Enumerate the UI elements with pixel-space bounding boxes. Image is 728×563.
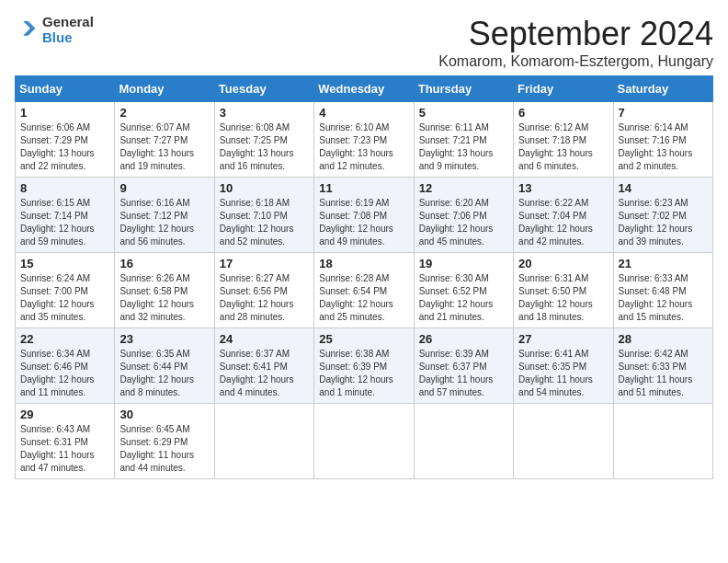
day-cell: 30Sunrise: 6:45 AMSunset: 6:29 PMDayligh…: [115, 404, 214, 479]
day-number: 24: [220, 332, 309, 346]
header-cell-saturday: Saturday: [613, 76, 712, 102]
day-number: 2: [119, 106, 209, 120]
cell-content: Sunrise: 6:27 AMSunset: 6:56 PMDaylight:…: [220, 272, 309, 324]
day-cell: 12Sunrise: 6:20 AMSunset: 7:06 PMDayligh…: [414, 178, 513, 253]
day-cell: 16Sunrise: 6:26 AMSunset: 6:58 PMDayligh…: [115, 253, 214, 328]
day-cell: 13Sunrise: 6:22 AMSunset: 7:04 PMDayligh…: [514, 178, 613, 253]
day-number: 27: [518, 332, 608, 346]
day-number: 30: [119, 408, 209, 421]
day-number: 7: [619, 106, 708, 120]
header-cell-thursday: Thursday: [414, 76, 513, 102]
cell-content: Sunrise: 6:45 AMSunset: 6:29 PMDaylight:…: [119, 423, 209, 475]
day-number: 9: [119, 181, 209, 195]
cell-content: Sunrise: 6:37 AMSunset: 6:41 PMDaylight:…: [220, 348, 309, 399]
day-cell: 8Sunrise: 6:15 AMSunset: 7:14 PMDaylight…: [16, 178, 115, 253]
logo-blue-text: Blue: [42, 30, 94, 46]
cell-content: Sunrise: 6:35 AMSunset: 6:44 PMDaylight:…: [119, 348, 209, 399]
day-cell: [414, 404, 513, 479]
day-number: 3: [220, 106, 309, 120]
cell-content: Sunrise: 6:15 AMSunset: 7:14 PMDaylight:…: [20, 197, 109, 248]
header-cell-friday: Friday: [514, 76, 613, 102]
day-cell: 15Sunrise: 6:24 AMSunset: 7:00 PMDayligh…: [16, 253, 115, 328]
cell-content: Sunrise: 6:11 AMSunset: 7:21 PMDaylight:…: [419, 121, 508, 173]
day-cell: 20Sunrise: 6:31 AMSunset: 6:50 PMDayligh…: [514, 253, 613, 328]
day-cell: 18Sunrise: 6:28 AMSunset: 6:54 PMDayligh…: [314, 253, 414, 328]
day-cell: [514, 404, 613, 479]
location-title: Komarom, Komarom-Esztergom, Hungary: [438, 53, 713, 70]
week-row-4: 22Sunrise: 6:34 AMSunset: 6:46 PMDayligh…: [16, 328, 713, 404]
day-number: 5: [419, 106, 508, 120]
day-cell: 24Sunrise: 6:37 AMSunset: 6:41 PMDayligh…: [214, 328, 313, 404]
cell-content: Sunrise: 6:42 AMSunset: 6:33 PMDaylight:…: [619, 348, 708, 399]
day-number: 18: [319, 257, 408, 270]
header-cell-monday: Monday: [115, 76, 214, 102]
cell-content: Sunrise: 6:34 AMSunset: 6:46 PMDaylight:…: [20, 348, 109, 399]
day-cell: 1Sunrise: 6:06 AMSunset: 7:29 PMDaylight…: [16, 102, 115, 178]
week-row-1: 1Sunrise: 6:06 AMSunset: 7:29 PMDaylight…: [16, 102, 713, 178]
day-number: 16: [119, 257, 209, 270]
day-number: 21: [619, 257, 708, 270]
day-cell: 19Sunrise: 6:30 AMSunset: 6:52 PMDayligh…: [414, 253, 513, 328]
day-number: 12: [419, 181, 508, 195]
header-row: SundayMondayTuesdayWednesdayThursdayFrid…: [16, 76, 713, 102]
day-number: 15: [20, 257, 109, 270]
cell-content: Sunrise: 6:20 AMSunset: 7:06 PMDaylight:…: [419, 197, 508, 248]
cell-content: Sunrise: 6:19 AMSunset: 7:08 PMDaylight:…: [319, 197, 408, 248]
header: General Blue September 2024 Komarom, Kom…: [15, 15, 713, 70]
day-cell: [214, 404, 313, 479]
day-cell: 25Sunrise: 6:38 AMSunset: 6:39 PMDayligh…: [314, 328, 414, 404]
cell-content: Sunrise: 6:07 AMSunset: 7:27 PMDaylight:…: [119, 121, 209, 173]
day-number: 23: [119, 332, 209, 346]
cell-content: Sunrise: 6:30 AMSunset: 6:52 PMDaylight:…: [419, 272, 508, 324]
header-cell-wednesday: Wednesday: [314, 76, 414, 102]
day-number: 10: [220, 181, 309, 195]
cell-content: Sunrise: 6:28 AMSunset: 6:54 PMDaylight:…: [319, 272, 408, 324]
day-cell: 27Sunrise: 6:41 AMSunset: 6:35 PMDayligh…: [514, 328, 613, 404]
cell-content: Sunrise: 6:06 AMSunset: 7:29 PMDaylight:…: [20, 121, 109, 173]
day-number: 26: [419, 332, 508, 346]
title-area: September 2024 Komarom, Komarom-Esztergo…: [438, 15, 713, 70]
cell-content: Sunrise: 6:43 AMSunset: 6:31 PMDaylight:…: [20, 423, 109, 475]
day-cell: 3Sunrise: 6:08 AMSunset: 7:25 PMDaylight…: [214, 102, 313, 178]
day-cell: 14Sunrise: 6:23 AMSunset: 7:02 PMDayligh…: [613, 178, 712, 253]
cell-content: Sunrise: 6:33 AMSunset: 6:48 PMDaylight:…: [619, 272, 708, 324]
cell-content: Sunrise: 6:26 AMSunset: 6:58 PMDaylight:…: [119, 272, 209, 324]
cell-content: Sunrise: 6:18 AMSunset: 7:10 PMDaylight:…: [220, 197, 309, 248]
week-row-5: 29Sunrise: 6:43 AMSunset: 6:31 PMDayligh…: [16, 404, 713, 479]
cell-content: Sunrise: 6:41 AMSunset: 6:35 PMDaylight:…: [518, 348, 608, 399]
day-cell: 22Sunrise: 6:34 AMSunset: 6:46 PMDayligh…: [16, 328, 115, 404]
day-number: 11: [319, 181, 408, 195]
cell-content: Sunrise: 6:12 AMSunset: 7:18 PMDaylight:…: [518, 121, 608, 173]
day-number: 4: [319, 106, 408, 120]
day-number: 6: [518, 106, 608, 120]
day-cell: 6Sunrise: 6:12 AMSunset: 7:18 PMDaylight…: [514, 102, 613, 178]
day-number: 13: [518, 181, 608, 195]
cell-content: Sunrise: 6:22 AMSunset: 7:04 PMDaylight:…: [518, 197, 608, 248]
day-cell: 2Sunrise: 6:07 AMSunset: 7:27 PMDaylight…: [115, 102, 214, 178]
day-number: 25: [319, 332, 408, 346]
day-cell: 29Sunrise: 6:43 AMSunset: 6:31 PMDayligh…: [16, 404, 115, 479]
day-number: 28: [619, 332, 708, 346]
day-cell: 10Sunrise: 6:18 AMSunset: 7:10 PMDayligh…: [214, 178, 313, 253]
logo-text: General Blue: [42, 15, 94, 45]
header-cell-tuesday: Tuesday: [214, 76, 313, 102]
cell-content: Sunrise: 6:31 AMSunset: 6:50 PMDaylight:…: [518, 272, 608, 324]
day-number: 29: [20, 408, 109, 421]
day-cell: 21Sunrise: 6:33 AMSunset: 6:48 PMDayligh…: [613, 253, 712, 328]
cell-content: Sunrise: 6:14 AMSunset: 7:16 PMDaylight:…: [619, 121, 708, 173]
calendar-table: SundayMondayTuesdayWednesdayThursdayFrid…: [15, 75, 713, 479]
logo: General Blue: [15, 15, 94, 45]
cell-content: Sunrise: 6:16 AMSunset: 7:12 PMDaylight:…: [119, 197, 209, 248]
day-cell: [314, 404, 414, 479]
cell-content: Sunrise: 6:23 AMSunset: 7:02 PMDaylight:…: [619, 197, 708, 248]
day-cell: 5Sunrise: 6:11 AMSunset: 7:21 PMDaylight…: [414, 102, 513, 178]
day-cell: 28Sunrise: 6:42 AMSunset: 6:33 PMDayligh…: [613, 328, 712, 404]
day-cell: 11Sunrise: 6:19 AMSunset: 7:08 PMDayligh…: [314, 178, 414, 253]
cell-content: Sunrise: 6:38 AMSunset: 6:39 PMDaylight:…: [319, 348, 408, 399]
logo-icon: [15, 17, 40, 43]
cell-content: Sunrise: 6:10 AMSunset: 7:23 PMDaylight:…: [319, 121, 408, 173]
logo-general-text: General: [42, 15, 94, 30]
week-row-2: 8Sunrise: 6:15 AMSunset: 7:14 PMDaylight…: [16, 178, 713, 253]
day-number: 14: [619, 181, 708, 195]
day-cell: 23Sunrise: 6:35 AMSunset: 6:44 PMDayligh…: [115, 328, 214, 404]
